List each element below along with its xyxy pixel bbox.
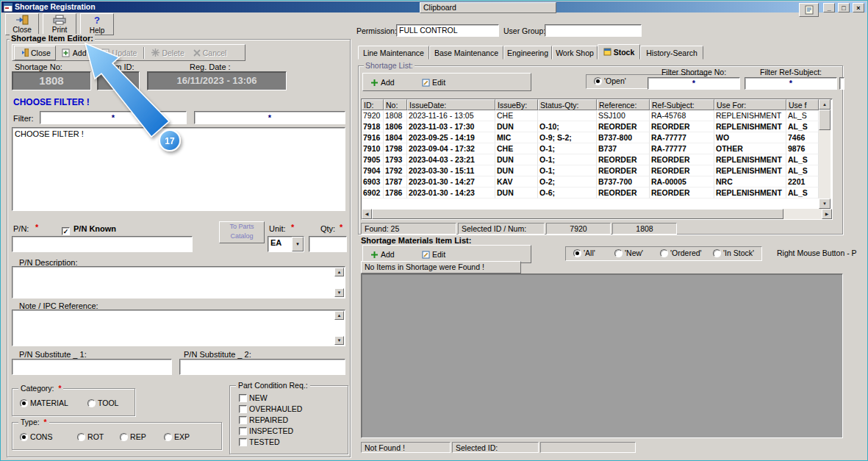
reg-date-label: Reg. Date : bbox=[190, 62, 231, 71]
column-header[interactable]: Status-Qty: bbox=[538, 99, 597, 110]
tab-stock[interactable]: Stock bbox=[598, 44, 640, 60]
scroll-left-icon[interactable]: ◀ bbox=[362, 209, 372, 219]
shortage-add-button[interactable]: Add bbox=[366, 75, 399, 90]
column-header[interactable]: Reference: bbox=[597, 99, 650, 110]
scroll-down-icon[interactable]: ▼ bbox=[334, 288, 344, 297]
pn-known-checkbox[interactable]: ✓ bbox=[62, 227, 70, 235]
minimize-button[interactable]: _ bbox=[823, 3, 835, 12]
condition-option-repaired[interactable]: REPAIRED bbox=[239, 415, 288, 424]
filter-ref-subject-input[interactable]: * bbox=[745, 77, 837, 90]
close-window-button[interactable]: × bbox=[853, 3, 864, 12]
substitute1-input[interactable] bbox=[12, 359, 172, 375]
scroll-down-icon[interactable]: ▼ bbox=[819, 199, 831, 209]
filter-option-open[interactable]: 'Open' bbox=[594, 76, 626, 85]
column-header[interactable]: Use For: bbox=[714, 99, 786, 110]
condition-option-overhauled[interactable]: OVERHAULED bbox=[239, 404, 302, 413]
tab-engineering[interactable]: Engineering bbox=[503, 46, 552, 60]
materials-list-title: Shortage Materials Item List: bbox=[361, 236, 471, 245]
horizontal-scroll-thumb[interactable] bbox=[372, 209, 783, 219]
table-cell: 6902 bbox=[362, 187, 384, 199]
toolbar-print-button[interactable]: Print bbox=[43, 13, 76, 35]
condition-option-new[interactable]: NEW bbox=[239, 393, 268, 402]
materials-list-area[interactable] bbox=[361, 274, 843, 438]
column-header[interactable]: IssueDate: bbox=[407, 99, 495, 110]
filter-result-list[interactable]: CHOOSE FILTER ! bbox=[12, 127, 345, 211]
scroll-up-icon[interactable]: ▲ bbox=[334, 268, 344, 276]
shortage-edit-button[interactable]: Edit bbox=[417, 75, 450, 90]
scroll-up-icon[interactable]: ▲ bbox=[819, 99, 831, 110]
clipped-filter-input[interactable] bbox=[839, 77, 844, 90]
table-row[interactable]: 690317872023-01-30 - 14:27KAVO-2;B737-70… bbox=[362, 176, 819, 187]
materials-option-ordered[interactable]: 'Ordered' bbox=[660, 249, 702, 257]
materials-edit-button[interactable]: Edit bbox=[417, 247, 450, 262]
table-row[interactable]: 792018082023-11-16 - 13:05CHESSJ100RA-45… bbox=[362, 110, 819, 121]
filter-shortage-no-input[interactable]: * bbox=[648, 77, 740, 90]
materials-option-in-stock[interactable]: 'In Stock' bbox=[713, 249, 754, 257]
table-row[interactable]: 690217862023-01-30 - 14:23DUNO-6;REORDER… bbox=[362, 187, 819, 199]
column-header[interactable]: Ref-Subject: bbox=[650, 99, 714, 110]
column-header[interactable]: No: bbox=[384, 99, 407, 110]
scroll-right-icon[interactable]: ▶ bbox=[822, 209, 832, 219]
horizontal-scrollbar[interactable]: ◀ ▶ bbox=[362, 209, 832, 219]
note-input[interactable] bbox=[12, 310, 345, 346]
editor-close-button[interactable]: Close bbox=[14, 46, 56, 60]
filter-input-2[interactable]: * bbox=[194, 111, 345, 124]
tab-base-maintenance[interactable]: Base Maintenance bbox=[429, 46, 503, 60]
table-cell: CHE bbox=[495, 110, 538, 121]
unit-dropdown-button[interactable]: ▼ bbox=[292, 237, 304, 251]
table-cell: MIC bbox=[495, 132, 538, 143]
table-cell: 7905 bbox=[362, 154, 384, 165]
vertical-scroll-thumb[interactable] bbox=[819, 110, 831, 130]
materials-option-all[interactable]: 'All' bbox=[573, 249, 595, 257]
column-header[interactable]: ID: bbox=[362, 99, 384, 110]
tab-work-shop[interactable]: Work Shop bbox=[552, 46, 598, 60]
table-row[interactable]: 790417922023-03-30 - 15:11DUNO-1;REORDER… bbox=[362, 165, 819, 176]
type-option-exp[interactable]: EXP bbox=[164, 432, 190, 441]
table-cell: 2023-01-30 - 14:27 bbox=[407, 176, 495, 187]
type-option-rep[interactable]: REP bbox=[120, 432, 146, 441]
scroll-up-icon[interactable]: ▲ bbox=[334, 311, 344, 320]
editor-cancel-button[interactable]: Cancel bbox=[189, 46, 232, 60]
condition-option-inspected[interactable]: INSPECTED bbox=[239, 426, 293, 435]
restore-button[interactable]: □ bbox=[838, 3, 850, 12]
vertical-scroll-track[interactable] bbox=[819, 130, 831, 199]
editor-update-button[interactable]: Update bbox=[97, 46, 142, 60]
type-option-rot[interactable]: ROT bbox=[77, 432, 104, 441]
condition-option-tested[interactable]: TESTED bbox=[239, 437, 279, 446]
materials-add-button[interactable]: Add bbox=[366, 247, 399, 262]
pn-known-label: P/N Known bbox=[73, 224, 116, 233]
tab-history-search[interactable]: History-Search bbox=[640, 46, 703, 60]
filter-input-1[interactable]: * bbox=[40, 111, 187, 124]
table-row[interactable]: 790517932023-04-03 - 23:21DUNO-1;REORDER… bbox=[362, 154, 819, 165]
substitute2-input[interactable] bbox=[179, 359, 345, 375]
unit-combobox[interactable]: EA ▼ bbox=[268, 236, 304, 252]
category-option-material[interactable]: MATERIAL bbox=[20, 399, 68, 407]
materials-option-new[interactable]: 'New' bbox=[614, 249, 643, 257]
scroll-down-icon[interactable]: ▼ bbox=[334, 336, 344, 345]
table-cell: 2023-04-03 - 23:21 bbox=[407, 154, 495, 165]
pn-input[interactable] bbox=[12, 236, 193, 252]
table-row[interactable]: 791818062023-11-03 - 17:30DUNO-10;REORDE… bbox=[362, 121, 819, 132]
table-cell: 2023-03-30 - 15:11 bbox=[407, 165, 495, 176]
category-option-tool[interactable]: TOOL bbox=[87, 399, 118, 407]
column-header[interactable]: Use f bbox=[786, 99, 819, 110]
table-row[interactable]: 791017982023-09-04 - 17:32CHEO-1;B737RA-… bbox=[362, 143, 819, 154]
tab-line-maintenance[interactable]: Line Maintenance bbox=[358, 46, 429, 60]
to-parts-catalog-button[interactable]: To Parts Catalog bbox=[219, 221, 265, 243]
column-header[interactable]: IssueBy: bbox=[495, 99, 538, 110]
table-cell: DUN bbox=[495, 165, 538, 176]
table-cell: 7918 bbox=[362, 121, 384, 132]
horizontal-scroll-track[interactable] bbox=[783, 209, 822, 219]
type-option-cons[interactable]: CONS bbox=[20, 432, 52, 441]
toolbar-close-button[interactable]: Close bbox=[5, 13, 39, 35]
vertical-scrollbar[interactable]: ▲ ▼ bbox=[819, 99, 831, 209]
pn-description-input[interactable] bbox=[12, 266, 345, 299]
table-row[interactable]: 791618042023-09-25 - 14:19MICO-9; S-2;B7… bbox=[362, 132, 819, 143]
toolbar-help-button[interactable]: ? Help bbox=[80, 13, 114, 35]
editor-add-button[interactable]: Add bbox=[57, 46, 91, 60]
window-title: Shortage Registration bbox=[15, 1, 96, 12]
qty-input[interactable] bbox=[309, 236, 347, 252]
clipboard-tool-button[interactable] bbox=[799, 3, 819, 17]
clipboard-caption-bar[interactable]: Clipboard bbox=[420, 2, 556, 13]
editor-delete-button[interactable]: Delete bbox=[147, 46, 188, 60]
